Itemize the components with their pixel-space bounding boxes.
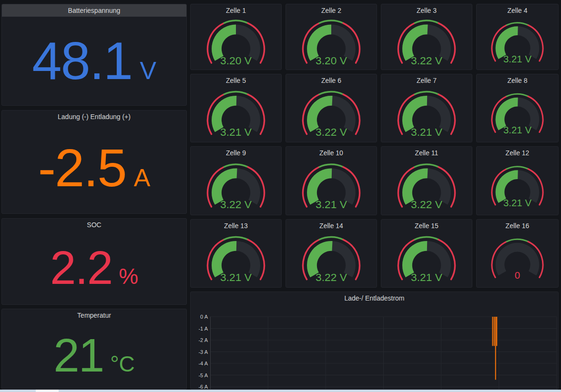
time-series-chart[interactable]: 0 A-1 A-2 A-3 A-4 A-5 A-6 A — [191, 304, 558, 389]
gauge-value-text: 0 — [515, 270, 520, 281]
panel-title-text: Zelle 12 — [506, 149, 530, 157]
panel-header-zelle-12[interactable]: Zelle 12 — [477, 147, 558, 159]
panel-header-zelle-5[interactable]: Zelle 5 — [191, 74, 281, 87]
panel-title-text: Zelle 1 — [226, 7, 246, 14]
panel-zelle-6: Zelle 63.22 V — [286, 74, 377, 142]
gauge: 3.21 V — [191, 232, 281, 287]
stat-unit: A — [134, 165, 151, 190]
panel-title-text: Zelle 6 — [321, 77, 341, 84]
panel-title-text: Zelle 13 — [224, 222, 248, 230]
panel-title-text: Zelle 8 — [507, 77, 527, 84]
panel-header-zelle-1[interactable]: Zelle 1 — [191, 4, 281, 17]
panel-zelle-11: Zelle 113.22 V — [381, 146, 472, 215]
panel-header-zelle-2[interactable]: Zelle 2 — [286, 4, 377, 17]
stat-value-soc: 2.2 % — [50, 244, 138, 291]
panel-header-zelle-8[interactable]: Zelle 8 — [477, 74, 558, 87]
panel-header-zelle-11[interactable]: Zelle 11 — [381, 147, 472, 159]
panel-title-text: SOC — [87, 221, 101, 229]
panel-zelle-13: Zelle 133.21 V — [190, 219, 282, 288]
stat-value-batteriespannung: 48.1 V — [32, 34, 156, 88]
panel-title-text: Zelle 7 — [417, 77, 437, 84]
panel-header-zelle-13[interactable]: Zelle 13 — [191, 220, 281, 232]
panel-title-text: Lade-/ Entladestrom — [344, 294, 404, 302]
gauge-value-text: 3.22 V — [316, 126, 347, 138]
panel-zelle-2: Zelle 23.20 V — [286, 4, 377, 70]
panel-header-zelle-14[interactable]: Zelle 14 — [286, 220, 377, 232]
gauge-threshold-ring-ok — [319, 20, 343, 23]
gauge-threshold-ring-ok — [224, 20, 248, 23]
panel-zelle-5: Zelle 53.21 V — [190, 74, 282, 142]
gauge: 3.21 V — [477, 87, 558, 142]
gauge-threshold-ring-ok — [224, 91, 248, 94]
gauge-value-text: 3.21 V — [316, 198, 347, 211]
gauge-threshold-ring-ok — [319, 237, 343, 240]
scrollbar-thumb[interactable] — [36, 390, 59, 392]
gauge-threshold-ring-ok — [506, 23, 528, 25]
panel-title-text: Zelle 9 — [226, 149, 246, 157]
gauge-threshold-ring-ok — [224, 164, 248, 167]
stat-value-temperatur: 21 °C — [53, 332, 135, 379]
panel-zelle-7: Zelle 73.21 V — [381, 74, 472, 142]
panel-zelle-15: Zelle 153.21 V — [381, 219, 472, 288]
gauge-value-text: 3.22 V — [220, 198, 252, 211]
panel-header-zelle-7[interactable]: Zelle 7 — [381, 74, 472, 87]
panel-header-zelle-10[interactable]: Zelle 10 — [286, 147, 377, 159]
panel-header-ladung-entladung[interactable]: Ladung (-) Entladung (+) — [2, 111, 186, 123]
stat-body: 21 °C — [2, 322, 186, 389]
stat-value-ladung: -2.5 A — [38, 141, 151, 195]
gauge-value-text: 3.22 V — [411, 198, 443, 211]
y-axis-tick-label: 0 A — [200, 314, 208, 320]
panel-header-temperatur[interactable]: Temperatur — [2, 309, 186, 322]
gauge-value-text: 3.20 V — [316, 54, 347, 67]
panel-title-text: Ladung (-) Entladung (+) — [58, 113, 131, 121]
y-axis-tick-label: -2 A — [198, 337, 208, 343]
stat-body: -2.5 A — [2, 123, 186, 213]
gauge: 3.22 V — [286, 232, 377, 287]
gauge-threshold-ring-ok — [414, 91, 439, 94]
panel-header-zelle-9[interactable]: Zelle 9 — [191, 147, 281, 159]
horizontal-scrollbar[interactable] — [0, 390, 561, 392]
panel-title-text: Zelle 5 — [226, 77, 246, 84]
panel-title-text: Temperatur — [77, 312, 111, 319]
panel-header-zelle-6[interactable]: Zelle 6 — [286, 74, 377, 87]
gauge-threshold-ring-ok — [319, 164, 343, 167]
stat-number: 48.1 — [32, 34, 132, 88]
panel-header-zelle-3[interactable]: Zelle 3 — [381, 4, 472, 17]
gauge: 3.22 V — [381, 17, 472, 70]
gauge-value-text: 3.20 V — [220, 54, 252, 67]
gauge: 0 — [477, 232, 558, 287]
stat-number: 2.2 — [50, 244, 112, 291]
panel-header-soc[interactable]: SOC — [2, 219, 186, 231]
gauge-value-text: 3.21 V — [503, 197, 532, 208]
gauge-value-text: 3.22 V — [411, 54, 443, 67]
panel-temperatur: Temperatur 21 °C — [1, 309, 187, 390]
gauge: 3.20 V — [191, 17, 281, 70]
gauge-threshold-ring-ok — [506, 167, 528, 169]
gauge-value-text: 3.21 V — [411, 271, 443, 283]
gauge: 3.21 V — [286, 159, 377, 215]
panel-title-text: Batteriespannung — [68, 7, 121, 14]
dashboard: Batteriespannung 48.1 V Ladung (-) Entla… — [0, 0, 561, 392]
gauge: 3.22 V — [381, 159, 472, 215]
gauge-value-text: 3.21 V — [503, 124, 532, 135]
panel-zelle-8: Zelle 83.21 V — [476, 74, 559, 142]
y-axis-tick-label: -6 A — [198, 384, 208, 389]
panel-header-zelle-4[interactable]: Zelle 4 — [477, 4, 558, 17]
panel-header-zelle-16[interactable]: Zelle 16 — [477, 220, 558, 232]
gauge-threshold-ring-ok — [506, 94, 528, 96]
panel-title-text: Zelle 14 — [319, 222, 343, 230]
stat-body: 48.1 V — [2, 17, 186, 105]
panel-zelle-10: Zelle 103.21 V — [286, 146, 377, 215]
panel-batteriespannung: Batteriespannung 48.1 V — [1, 4, 187, 106]
gauge: 3.22 V — [191, 159, 281, 215]
panel-header-batteriespannung[interactable]: Batteriespannung — [2, 4, 186, 17]
gauge-value-text: 3.22 V — [316, 271, 347, 283]
stat-number: 21 — [53, 332, 103, 379]
y-axis-tick-label: -4 A — [198, 361, 208, 366]
panel-header-lade-entladestrom[interactable]: Lade-/ Entladestrom — [191, 292, 558, 304]
stat-unit: °C — [110, 353, 135, 375]
panel-header-zelle-15[interactable]: Zelle 15 — [381, 220, 472, 232]
gauge: 3.21 V — [191, 87, 281, 142]
stat-number: -2.5 — [38, 141, 126, 195]
panel-title-text: Zelle 4 — [507, 7, 527, 14]
